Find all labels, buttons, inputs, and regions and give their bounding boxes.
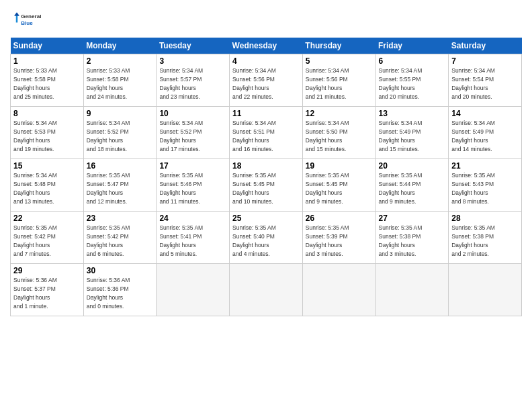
day-info: Sunrise: 5:35 AMSunset: 5:42 PMDaylight … (87, 224, 130, 257)
calendar-cell: 5 Sunrise: 5:34 AMSunset: 5:56 PMDayligh… (302, 54, 375, 107)
col-header-monday: Monday (83, 38, 157, 54)
day-number: 20 (379, 161, 446, 171)
day-info: Sunrise: 5:35 AMSunset: 5:45 PMDaylight … (232, 172, 276, 205)
col-header-thursday: Thursday (302, 38, 375, 54)
calendar-cell: 15 Sunrise: 5:34 AMSunset: 5:48 PMDaylig… (11, 159, 84, 212)
day-info: Sunrise: 5:35 AMSunset: 5:47 PMDaylight … (87, 172, 130, 205)
day-number: 14 (451, 109, 519, 118)
calendar-cell: 3 Sunrise: 5:34 AMSunset: 5:57 PMDayligh… (157, 54, 230, 107)
day-info: Sunrise: 5:34 AMSunset: 5:52 PMDaylight … (159, 120, 203, 152)
calendar-cell (302, 264, 375, 316)
day-number: 27 (379, 214, 446, 223)
day-info: Sunrise: 5:35 AMSunset: 5:43 PMDaylight … (451, 172, 495, 205)
day-number: 8 (13, 109, 81, 118)
calendar-cell: 1 Sunrise: 5:33 AMSunset: 5:58 PMDayligh… (11, 54, 84, 107)
day-number: 23 (87, 214, 154, 223)
col-header-friday: Friday (375, 38, 449, 54)
svg-text:Blue: Blue (21, 20, 33, 26)
calendar-cell: 13 Sunrise: 5:34 AMSunset: 5:49 PMDaylig… (375, 107, 449, 159)
day-number: 5 (306, 56, 373, 66)
week-row-3: 15 Sunrise: 5:34 AMSunset: 5:48 PMDaylig… (11, 159, 522, 212)
day-info: Sunrise: 5:34 AMSunset: 5:55 PMDaylight … (379, 67, 423, 100)
svg-marker-3 (14, 12, 19, 15)
day-info: Sunrise: 5:35 AMSunset: 5:45 PMDaylight … (306, 172, 349, 205)
day-info: Sunrise: 5:34 AMSunset: 5:50 PMDaylight … (306, 120, 349, 152)
day-info: Sunrise: 5:35 AMSunset: 5:38 PMDaylight … (379, 224, 423, 257)
day-number: 30 (87, 266, 154, 275)
col-header-saturday: Saturday (449, 38, 522, 54)
calendar-cell: 14 Sunrise: 5:34 AMSunset: 5:49 PMDaylig… (449, 107, 522, 159)
calendar-cell: 7 Sunrise: 5:34 AMSunset: 5:54 PMDayligh… (449, 54, 522, 107)
day-info: Sunrise: 5:35 AMSunset: 5:39 PMDaylight … (306, 224, 349, 257)
day-info: Sunrise: 5:35 AMSunset: 5:41 PMDaylight … (159, 224, 203, 257)
day-number: 16 (87, 161, 154, 171)
calendar-table: SundayMondayTuesdayWednesdayThursdayFrid… (10, 38, 522, 316)
day-number: 26 (306, 214, 373, 223)
calendar-cell: 4 Sunrise: 5:34 AMSunset: 5:56 PMDayligh… (230, 54, 303, 107)
calendar-cell: 11 Sunrise: 5:34 AMSunset: 5:51 PMDaylig… (230, 107, 303, 159)
header: General Blue (10, 7, 522, 32)
day-number: 25 (232, 214, 300, 223)
day-info: Sunrise: 5:35 AMSunset: 5:46 PMDaylight … (159, 172, 203, 205)
day-number: 9 (87, 109, 154, 118)
week-row-1: 1 Sunrise: 5:33 AMSunset: 5:58 PMDayligh… (11, 54, 522, 107)
day-number: 3 (159, 56, 226, 66)
day-number: 22 (13, 214, 81, 223)
day-number: 29 (13, 266, 81, 275)
col-header-wednesday: Wednesday (230, 38, 303, 54)
day-number: 11 (232, 109, 300, 118)
day-number: 2 (87, 56, 154, 66)
calendar-cell: 29 Sunrise: 5:36 AMSunset: 5:37 PMDaylig… (11, 264, 84, 316)
logo-svg: General Blue (10, 7, 44, 32)
week-row-5: 29 Sunrise: 5:36 AMSunset: 5:37 PMDaylig… (11, 264, 522, 316)
week-row-2: 8 Sunrise: 5:34 AMSunset: 5:53 PMDayligh… (11, 107, 522, 159)
day-number: 1 (13, 56, 81, 66)
svg-text:General: General (21, 13, 41, 19)
day-info: Sunrise: 5:34 AMSunset: 5:52 PMDaylight … (87, 120, 130, 152)
calendar-cell: 28 Sunrise: 5:35 AMSunset: 5:38 PMDaylig… (449, 212, 522, 264)
calendar-cell: 9 Sunrise: 5:34 AMSunset: 5:52 PMDayligh… (83, 107, 157, 159)
calendar-cell: 23 Sunrise: 5:35 AMSunset: 5:42 PMDaylig… (83, 212, 157, 264)
day-number: 7 (451, 56, 519, 66)
day-info: Sunrise: 5:34 AMSunset: 5:56 PMDaylight … (232, 67, 276, 100)
calendar-cell: 20 Sunrise: 5:35 AMSunset: 5:44 PMDaylig… (375, 159, 449, 212)
calendar-cell: 17 Sunrise: 5:35 AMSunset: 5:46 PMDaylig… (157, 159, 230, 212)
day-number: 19 (306, 161, 373, 171)
day-info: Sunrise: 5:35 AMSunset: 5:40 PMDaylight … (232, 224, 276, 257)
day-number: 24 (159, 214, 226, 223)
day-info: Sunrise: 5:33 AMSunset: 5:58 PMDaylight … (87, 67, 130, 100)
col-header-tuesday: Tuesday (157, 38, 230, 54)
calendar-cell (449, 264, 522, 316)
calendar-cell: 22 Sunrise: 5:35 AMSunset: 5:42 PMDaylig… (11, 212, 84, 264)
day-number: 28 (451, 214, 519, 223)
day-info: Sunrise: 5:35 AMSunset: 5:44 PMDaylight … (379, 172, 423, 205)
week-row-4: 22 Sunrise: 5:35 AMSunset: 5:42 PMDaylig… (11, 212, 522, 264)
calendar-cell: 18 Sunrise: 5:35 AMSunset: 5:45 PMDaylig… (230, 159, 303, 212)
day-number: 18 (232, 161, 300, 171)
calendar-cell: 8 Sunrise: 5:34 AMSunset: 5:53 PMDayligh… (11, 107, 84, 159)
calendar-cell: 10 Sunrise: 5:34 AMSunset: 5:52 PMDaylig… (157, 107, 230, 159)
day-number: 17 (159, 161, 226, 171)
day-info: Sunrise: 5:34 AMSunset: 5:57 PMDaylight … (159, 67, 203, 100)
day-number: 15 (13, 161, 81, 171)
day-info: Sunrise: 5:34 AMSunset: 5:48 PMDaylight … (13, 172, 57, 205)
day-number: 10 (159, 109, 226, 118)
calendar-cell: 6 Sunrise: 5:34 AMSunset: 5:55 PMDayligh… (375, 54, 449, 107)
day-info: Sunrise: 5:34 AMSunset: 5:49 PMDaylight … (379, 120, 423, 152)
calendar-cell: 2 Sunrise: 5:33 AMSunset: 5:58 PMDayligh… (83, 54, 157, 107)
day-number: 4 (232, 56, 300, 66)
day-number: 6 (379, 56, 446, 66)
page: General Blue SundayMondayTuesdayWednesda… (0, 0, 532, 411)
calendar-cell: 30 Sunrise: 5:36 AMSunset: 5:36 PMDaylig… (83, 264, 157, 316)
calendar-cell: 27 Sunrise: 5:35 AMSunset: 5:38 PMDaylig… (375, 212, 449, 264)
day-info: Sunrise: 5:35 AMSunset: 5:38 PMDaylight … (451, 224, 495, 257)
col-header-sunday: Sunday (11, 38, 84, 54)
day-number: 13 (379, 109, 446, 118)
day-info: Sunrise: 5:36 AMSunset: 5:37 PMDaylight … (13, 277, 57, 310)
calendar-cell: 25 Sunrise: 5:35 AMSunset: 5:40 PMDaylig… (230, 212, 303, 264)
calendar-cell (230, 264, 303, 316)
calendar-cell (375, 264, 449, 316)
day-info: Sunrise: 5:34 AMSunset: 5:49 PMDaylight … (451, 120, 495, 152)
calendar-cell: 16 Sunrise: 5:35 AMSunset: 5:47 PMDaylig… (83, 159, 157, 212)
day-number: 21 (451, 161, 519, 171)
